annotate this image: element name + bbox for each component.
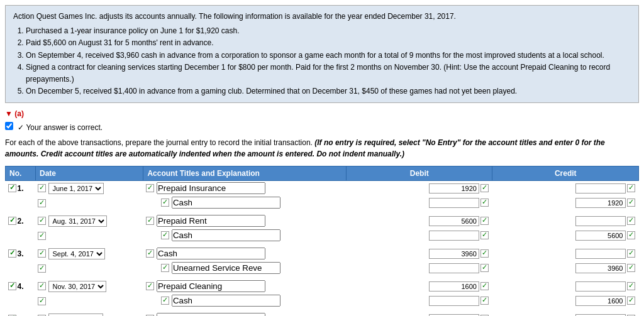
- debit-input[interactable]: [429, 281, 479, 291]
- debit-input[interactable]: [429, 231, 479, 241]
- entry-debit[interactable]: [347, 246, 492, 261]
- credit-input[interactable]: [575, 249, 626, 259]
- entry-date[interactable]: June 1, 2017: [35, 181, 143, 196]
- credit-checkbox[interactable]: [627, 199, 635, 207]
- row-checkbox[interactable]: [8, 217, 16, 225]
- entry-credit[interactable]: [492, 293, 639, 308]
- section-toggle[interactable]: ▼ (a): [5, 109, 24, 118]
- entry-credit[interactable]: [492, 195, 639, 210]
- credit-input[interactable]: [575, 216, 626, 226]
- entry-date[interactable]: [35, 195, 143, 210]
- date-checkbox[interactable]: [38, 184, 46, 192]
- date-select[interactable]: Sept. 4, 2017: [48, 248, 105, 259]
- entry-date[interactable]: [35, 261, 143, 275]
- account-input[interactable]: [172, 229, 280, 241]
- credit-checkbox[interactable]: [627, 264, 635, 272]
- account-checkbox[interactable]: [146, 282, 154, 290]
- debit-input[interactable]: [429, 263, 479, 273]
- credit-checkbox[interactable]: [627, 249, 635, 258]
- entry-debit[interactable]: [347, 312, 492, 316]
- debit-checkbox[interactable]: [480, 217, 489, 225]
- entry-credit[interactable]: [492, 181, 639, 196]
- credit-checkbox[interactable]: [627, 217, 635, 225]
- entry-debit[interactable]: [347, 214, 492, 228]
- debit-checkbox[interactable]: [480, 184, 489, 192]
- debit-checkbox[interactable]: [480, 249, 489, 258]
- entry-account[interactable]: [143, 279, 347, 293]
- entry-debit[interactable]: [347, 228, 492, 242]
- account-input[interactable]: [172, 295, 280, 307]
- account-input[interactable]: [157, 248, 265, 259]
- entry-credit[interactable]: [492, 214, 639, 228]
- entry-account[interactable]: [143, 312, 347, 316]
- credit-checkbox[interactable]: [627, 282, 635, 290]
- date-checkbox[interactable]: [38, 217, 46, 225]
- account-checkbox[interactable]: [161, 231, 169, 239]
- entry-date[interactable]: Dec. 5, 2017: [35, 312, 143, 316]
- credit-input[interactable]: [575, 263, 626, 273]
- debit-checkbox[interactable]: [480, 231, 489, 239]
- account-input[interactable]: [157, 215, 265, 227]
- debit-checkbox[interactable]: [480, 264, 489, 272]
- date-checkbox[interactable]: [38, 282, 46, 290]
- debit-input[interactable]: [429, 183, 479, 193]
- date-checkbox[interactable]: [38, 249, 46, 258]
- account-input[interactable]: [172, 197, 280, 209]
- entry-date[interactable]: Aug. 31, 2017: [35, 214, 143, 228]
- account-input[interactable]: [157, 280, 265, 292]
- account-checkbox[interactable]: [146, 249, 154, 258]
- account-checkbox[interactable]: [161, 264, 169, 272]
- entry-date[interactable]: [35, 228, 143, 242]
- credit-input[interactable]: [575, 281, 626, 291]
- date-checkbox-empty[interactable]: [38, 232, 46, 240]
- account-checkbox[interactable]: [161, 199, 169, 207]
- entry-account[interactable]: [143, 181, 347, 196]
- entry-debit[interactable]: [347, 181, 492, 196]
- account-checkbox[interactable]: [146, 184, 154, 192]
- credit-input[interactable]: [575, 296, 626, 306]
- date-select[interactable]: June 1, 2017: [48, 183, 104, 194]
- entry-credit[interactable]: [492, 279, 639, 293]
- entry-account[interactable]: [143, 214, 347, 228]
- entry-debit[interactable]: [347, 279, 492, 293]
- credit-input[interactable]: [575, 183, 626, 193]
- debit-checkbox[interactable]: [480, 282, 489, 290]
- credit-checkbox[interactable]: [627, 231, 635, 239]
- date-select[interactable]: Aug. 31, 2017: [48, 215, 107, 227]
- credit-input[interactable]: [575, 198, 626, 208]
- account-input[interactable]: [157, 313, 265, 316]
- entry-credit[interactable]: [492, 228, 639, 242]
- date-checkbox-empty[interactable]: [38, 264, 46, 273]
- entry-account[interactable]: [143, 228, 347, 242]
- debit-input[interactable]: [429, 198, 479, 208]
- debit-checkbox[interactable]: [480, 297, 489, 305]
- entry-debit[interactable]: [347, 261, 492, 275]
- entry-credit[interactable]: [492, 312, 639, 316]
- row-checkbox[interactable]: [8, 249, 16, 258]
- entry-debit[interactable]: [347, 293, 492, 308]
- entry-account[interactable]: [143, 246, 347, 261]
- credit-checkbox[interactable]: [627, 184, 635, 192]
- entry-date[interactable]: Nov. 30, 2017: [35, 279, 143, 293]
- credit-input[interactable]: [575, 231, 626, 241]
- date-checkbox-empty[interactable]: [38, 199, 46, 207]
- account-checkbox[interactable]: [146, 217, 154, 225]
- entry-date[interactable]: [35, 293, 143, 308]
- entry-account[interactable]: [143, 293, 347, 308]
- debit-input[interactable]: [429, 296, 479, 306]
- entry-credit[interactable]: [492, 246, 639, 261]
- account-input[interactable]: [157, 182, 265, 194]
- account-checkbox[interactable]: [161, 297, 169, 305]
- debit-input[interactable]: [429, 216, 479, 226]
- entry-account[interactable]: [143, 195, 347, 210]
- credit-checkbox[interactable]: [627, 297, 635, 305]
- row-checkbox[interactable]: [8, 282, 16, 290]
- entry-debit[interactable]: [347, 195, 492, 210]
- debit-checkbox[interactable]: [480, 199, 489, 207]
- debit-input[interactable]: [429, 249, 479, 259]
- row-checkbox[interactable]: [8, 184, 16, 192]
- entry-account[interactable]: [143, 261, 347, 275]
- entry-date[interactable]: Sept. 4, 2017: [35, 246, 143, 261]
- account-input[interactable]: [172, 262, 280, 274]
- date-select[interactable]: Dec. 5, 2017: [48, 313, 103, 316]
